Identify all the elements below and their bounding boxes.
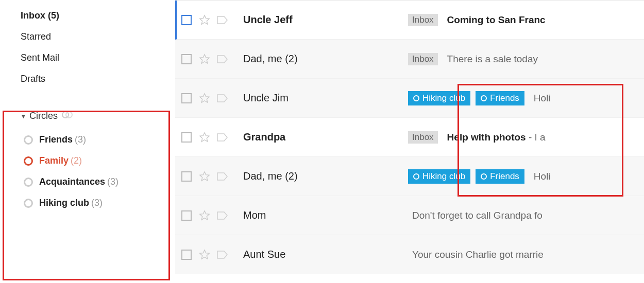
checkbox[interactable] <box>181 93 192 103</box>
message-row[interactable]: Aunt Sue Your cousin Charlie got marrie <box>175 235 644 274</box>
label-icon[interactable] <box>216 210 229 221</box>
sender: Grandpa <box>243 131 408 143</box>
subject: Coming to San Franc <box>447 14 546 26</box>
message-row[interactable]: Uncle Jeff Inbox Coming to San Franc <box>175 1 644 40</box>
nav-starred[interactable]: Starred <box>21 26 175 47</box>
circle-name: Hiking club <box>39 198 89 208</box>
subject: Help with photos - I a <box>447 132 546 143</box>
label-icon[interactable] <box>216 93 229 103</box>
checkbox[interactable] <box>181 210 192 221</box>
message-list: Uncle Jeff Inbox Coming to San Franc Dad… <box>175 0 644 283</box>
star-icon[interactable] <box>199 14 210 26</box>
circle-icon <box>24 178 33 187</box>
label-icon[interactable] <box>216 15 229 25</box>
circle-count: (3) <box>91 198 103 208</box>
checkbox[interactable] <box>181 132 192 143</box>
subject: Don't forget to call Grandpa fo <box>412 210 543 221</box>
star-icon[interactable] <box>199 54 210 65</box>
checkbox[interactable] <box>181 250 192 260</box>
inbox-label[interactable]: Inbox <box>408 14 438 26</box>
sidebar-circle-family[interactable]: Family (2) <box>21 150 175 171</box>
nav-drafts[interactable]: Drafts <box>21 68 175 90</box>
inbox-label[interactable]: Inbox <box>408 131 438 144</box>
label-icon[interactable] <box>216 54 229 64</box>
circle-count: (3) <box>75 134 86 145</box>
circles-label: Circles <box>29 111 58 121</box>
star-icon[interactable] <box>199 171 210 182</box>
subject: There is a sale today <box>447 54 538 65</box>
sidebar: Inbox (5) Starred Sent Mail Drafts ▼ Cir… <box>0 0 175 283</box>
star-icon[interactable] <box>199 210 210 221</box>
subject: Your cousin Charlie got marrie <box>412 249 544 260</box>
subject: Holi <box>534 93 551 104</box>
circle-icon <box>24 156 33 166</box>
circle-label-friends[interactable]: Friends <box>476 91 524 105</box>
label-icon[interactable] <box>216 250 229 260</box>
star-icon[interactable] <box>199 249 210 260</box>
nav-inbox[interactable]: Inbox (5) <box>21 5 175 26</box>
circle-icon <box>24 199 33 208</box>
sidebar-circle-acquaintances[interactable]: Acquaintances (3) <box>21 171 175 192</box>
circle-name: Friends <box>39 134 73 145</box>
message-row[interactable]: Mom Don't forget to call Grandpa fo <box>175 196 644 235</box>
checkbox[interactable] <box>181 15 192 25</box>
sender: Mom <box>243 209 408 221</box>
label-icon[interactable] <box>216 171 229 182</box>
message-row[interactable]: Dad, me (2) Hiking club Friends Holi <box>175 157 644 196</box>
sender: Aunt Sue <box>243 249 408 260</box>
star-icon[interactable] <box>199 93 210 104</box>
circle-label-friends[interactable]: Friends <box>476 169 524 184</box>
checkbox[interactable] <box>181 54 192 64</box>
sidebar-circle-friends[interactable]: Friends (3) <box>21 129 175 150</box>
sender: Dad, me (2) <box>243 53 408 65</box>
sender: Uncle Jim <box>243 92 408 104</box>
label-icon[interactable] <box>216 132 229 143</box>
circle-label-hiking[interactable]: Hiking club <box>408 169 470 184</box>
sidebar-circle-hiking-club[interactable]: Hiking club (3) <box>21 192 175 214</box>
inbox-label[interactable]: Inbox <box>408 53 438 65</box>
nav-sent-mail[interactable]: Sent Mail <box>21 47 175 68</box>
message-row[interactable]: Uncle Jim Hiking club Friends Holi <box>175 79 644 118</box>
star-icon[interactable] <box>199 132 210 143</box>
circle-name: Acquaintances <box>39 176 105 187</box>
sender: Dad, me (2) <box>243 170 408 182</box>
sender: Uncle Jeff <box>243 14 408 26</box>
message-row[interactable]: Dad, me (2) Inbox There is a sale today <box>175 40 644 79</box>
checkbox[interactable] <box>181 171 192 182</box>
circles-icon <box>62 110 73 122</box>
circle-count: (2) <box>71 155 82 166</box>
circle-icon <box>24 135 33 145</box>
circle-name: Family <box>39 155 69 166</box>
circle-label-hiking[interactable]: Hiking club <box>408 91 470 105</box>
circle-count: (3) <box>107 176 118 187</box>
chevron-down-icon: ▼ <box>21 113 26 119</box>
circles-toggle[interactable]: ▼ Circles <box>21 107 175 125</box>
message-row[interactable]: Grandpa Inbox Help with photos - I a <box>175 118 644 157</box>
subject: Holi <box>534 171 551 182</box>
